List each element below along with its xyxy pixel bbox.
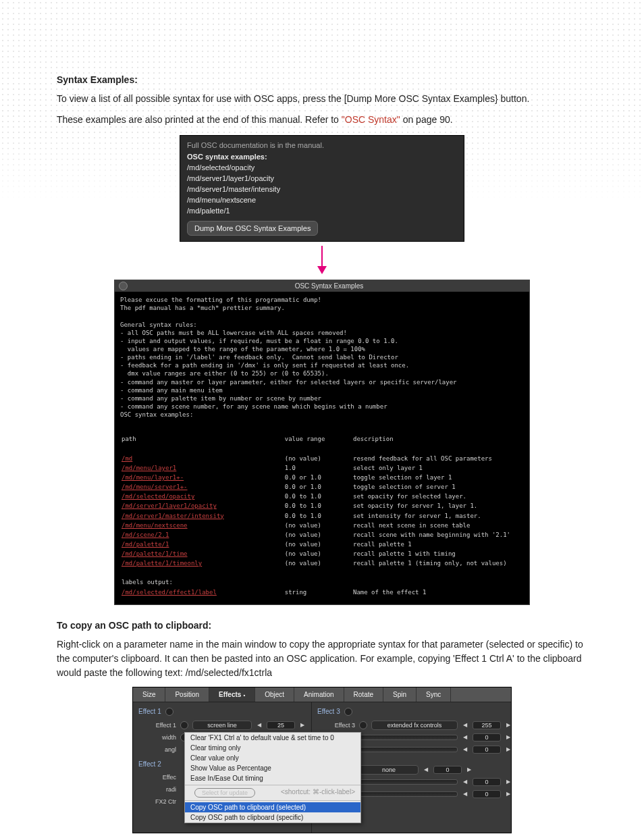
right-arrow-icon[interactable]: ▶ <box>505 746 512 752</box>
menu-ease-timing[interactable]: Ease In/Ease Out timing <box>185 773 360 783</box>
term-desc: resend feedback for all OSC parameters <box>353 454 510 463</box>
effect3-label[interactable]: Effect 3 <box>317 722 355 729</box>
right-arrow-icon[interactable]: ▶ <box>505 791 512 797</box>
effect1-picker[interactable]: screen line <box>192 721 252 730</box>
effect3-number[interactable]: 255 <box>473 721 501 729</box>
term-range: 0.0 to 1.0 <box>285 492 340 500</box>
term-desc: Name of the effect 1 <box>353 588 510 596</box>
trlb2-number[interactable]: 0 <box>473 790 501 798</box>
para-also-printed: These examples are also printed at the e… <box>57 113 587 127</box>
menu-clear-default[interactable]: Clear 'FX1 Ctrl a' to default value & se… <box>185 733 360 743</box>
term-path: /md/palette/1/time <box>122 550 271 558</box>
terminal-rule: values are mapped to the range of the pa… <box>120 345 524 353</box>
term-path: /md/menu/nextscene <box>122 521 271 529</box>
console-line: /md/selected/opacity <box>187 163 457 174</box>
fx3a-slider[interactable] <box>359 735 458 740</box>
menu-copy-osc-selected[interactable]: Copy OSC path to clipboard (selected) <box>185 802 360 812</box>
right-arrow-icon[interactable]: ▶ <box>466 766 473 773</box>
console-line: /md/palette/1 <box>187 206 457 217</box>
terminal-rule: - command any master or layer parameter,… <box>120 378 524 386</box>
term-desc: set opacity for selected layer. <box>353 492 510 500</box>
term-desc: toggle selection of server 1 <box>353 483 510 491</box>
term-range: (no value) <box>285 550 340 558</box>
effec-label[interactable]: Effec <box>138 774 176 781</box>
terminal-rule: - all OSC paths must be ALL lowercase wi… <box>120 329 524 337</box>
trla-number[interactable]: 0 <box>473 778 501 786</box>
term-path: /md/menu/server1+- <box>122 483 271 491</box>
term-desc: recall palette 1 (timing only, not value… <box>353 559 510 567</box>
console-line: /md/server1/layer1/opacity <box>187 174 457 184</box>
term-path: /md/selected/effect1/label <box>122 588 271 596</box>
term-range: 0.0 or 1.0 <box>285 483 340 491</box>
terminal-intro-2: The pdf manual has a *much* prettier sum… <box>120 304 524 312</box>
right-arrow-icon[interactable]: ▶ <box>299 722 306 728</box>
trlb-slider[interactable] <box>359 747 458 752</box>
console-line: /md/menu/nextscene <box>187 195 457 206</box>
left-arrow-icon[interactable]: ◀ <box>462 722 468 728</box>
right-arrow-icon[interactable]: ▶ <box>505 734 512 740</box>
right-arrow-icon[interactable]: ▶ <box>505 779 512 785</box>
left-arrow-icon[interactable]: ◀ <box>423 766 429 773</box>
tab-object[interactable]: Object <box>255 687 294 702</box>
term-path: /md/palette/1 <box>122 540 271 548</box>
console-line: /md/server1/master/intensity <box>187 184 457 195</box>
term-path: /md/selected/opacity <box>122 492 271 500</box>
trlb2-slider[interactable] <box>359 791 458 797</box>
tab-position[interactable]: Position <box>165 687 209 702</box>
fx3a-number[interactable]: 0 <box>473 733 501 741</box>
left-arrow-icon[interactable]: ◀ <box>462 734 468 740</box>
effect1-label[interactable]: Effect 1 <box>138 722 176 729</box>
tab-spin[interactable]: Spin <box>383 687 417 702</box>
menu-shortcut-label: <shortcut: ⌘-click-label> <box>281 788 355 798</box>
ect4-number[interactable]: 0 <box>433 766 462 774</box>
dot-icon <box>180 721 188 729</box>
tab-sync[interactable]: Sync <box>417 687 451 702</box>
right-arrow-icon[interactable]: ▶ <box>505 722 512 728</box>
term-desc: select only layer 1 <box>353 464 510 472</box>
term-desc: toggle selection of layer 1 <box>353 473 510 481</box>
menu-clear-timing[interactable]: Clear timing only <box>185 743 360 753</box>
ect4-picker[interactable]: none <box>359 765 419 775</box>
col-desc: description <box>353 435 510 443</box>
term-range: 0.0 or 1.0 <box>285 473 340 481</box>
width-label[interactable]: width <box>138 734 176 741</box>
term-path: /md/server1/layer1/opacity <box>122 502 271 510</box>
close-icon[interactable] <box>119 282 128 290</box>
left-arrow-icon[interactable]: ◀ <box>462 791 468 797</box>
trlb-number[interactable]: 0 <box>473 746 501 754</box>
disclosure-icon[interactable] <box>165 708 173 716</box>
angl-label[interactable]: angl <box>138 746 176 753</box>
terminal-rules-hdr: General syntax rules: <box>120 321 524 329</box>
term-path: /md/server1/master/intensity <box>122 512 271 520</box>
left-arrow-icon[interactable]: ◀ <box>462 746 468 752</box>
console-box: Full OSC documentation is in the manual.… <box>180 135 464 242</box>
disclosure-icon[interactable] <box>344 708 352 716</box>
col-path: path <box>122 435 271 443</box>
tab-effects[interactable]: Effects <box>209 687 255 702</box>
term-range: (no value) <box>285 540 340 548</box>
col-range: value range <box>285 435 340 443</box>
radi-label[interactable]: radi <box>138 786 176 793</box>
terminal-rule: dmx value ranges are either (0 to 255) o… <box>120 369 524 377</box>
left-arrow-icon[interactable]: ◀ <box>462 779 468 785</box>
terminal-ex-hdr: OSC syntax examples: <box>120 411 524 419</box>
effect1-number[interactable]: 25 <box>267 721 295 729</box>
term-range: (no value) <box>285 559 340 567</box>
left-arrow-icon[interactable]: ◀ <box>256 722 263 728</box>
term-range: (no value) <box>285 531 340 539</box>
dump-more-button[interactable]: Dump More OSC Syntax Examples <box>187 221 318 236</box>
trla-slider[interactable] <box>359 779 458 785</box>
effect3-picker[interactable]: extended fx controls <box>371 721 458 730</box>
menu-show-percentage[interactable]: Show Value as Percentage <box>185 763 360 773</box>
fx2ctr-label[interactable]: FX2 Ctr <box>138 798 176 805</box>
menu-copy-osc-specific[interactable]: Copy OSC path to clipboard (specific) <box>185 812 360 823</box>
select-for-update-button[interactable]: Select for update <box>194 788 255 798</box>
para-copy-explain: Right-click on a parameter name in the m… <box>57 637 587 680</box>
effect3-header: Effect 3 <box>317 708 340 715</box>
link-osc-syntax[interactable]: "OSC Syntax" <box>342 114 400 125</box>
tab-animation[interactable]: Animation <box>294 687 344 702</box>
tab-rotate[interactable]: Rotate <box>344 687 383 702</box>
heading-syntax-examples: Syntax Examples: <box>57 74 587 85</box>
menu-clear-value[interactable]: Clear value only <box>185 753 360 763</box>
tab-size[interactable]: Size <box>133 687 165 702</box>
